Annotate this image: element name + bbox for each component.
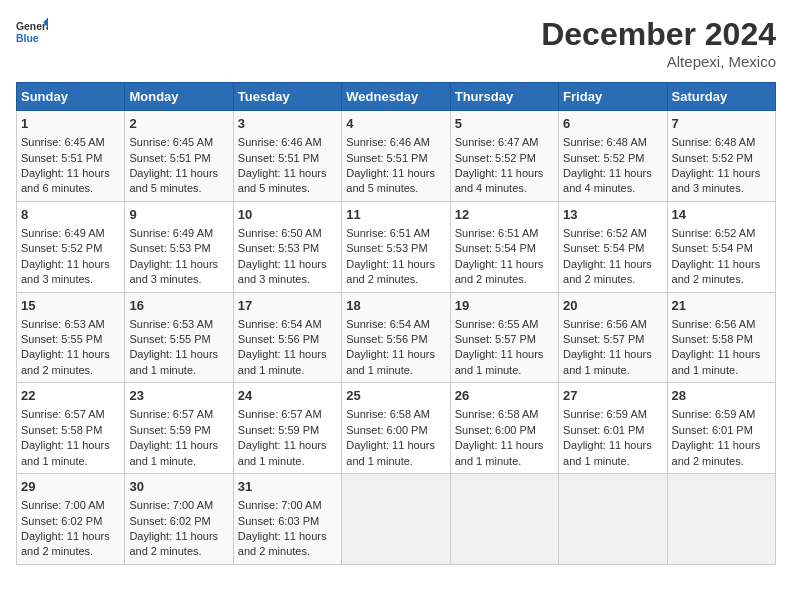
calendar-cell: 28Sunrise: 6:59 AM Sunset: 6:01 PM Dayli… — [667, 383, 775, 474]
calendar-cell: 15Sunrise: 6:53 AM Sunset: 5:55 PM Dayli… — [17, 292, 125, 383]
calendar-cell: 21Sunrise: 6:56 AM Sunset: 5:58 PM Dayli… — [667, 292, 775, 383]
day-number: 21 — [672, 297, 771, 315]
calendar-cell: 1Sunrise: 6:45 AM Sunset: 5:51 PM Daylig… — [17, 111, 125, 202]
day-number: 13 — [563, 206, 662, 224]
day-number: 31 — [238, 478, 337, 496]
calendar-cell: 27Sunrise: 6:59 AM Sunset: 6:01 PM Dayli… — [559, 383, 667, 474]
calendar-cell: 18Sunrise: 6:54 AM Sunset: 5:56 PM Dayli… — [342, 292, 450, 383]
calendar-cell: 26Sunrise: 6:58 AM Sunset: 6:00 PM Dayli… — [450, 383, 558, 474]
calendar-cell: 7Sunrise: 6:48 AM Sunset: 5:52 PM Daylig… — [667, 111, 775, 202]
day-number: 20 — [563, 297, 662, 315]
col-wednesday: Wednesday — [342, 83, 450, 111]
day-number: 23 — [129, 387, 228, 405]
month-title: December 2024 — [541, 16, 776, 53]
day-number: 15 — [21, 297, 120, 315]
col-tuesday: Tuesday — [233, 83, 341, 111]
day-number: 1 — [21, 115, 120, 133]
day-number: 24 — [238, 387, 337, 405]
calendar-cell: 30Sunrise: 7:00 AM Sunset: 6:02 PM Dayli… — [125, 474, 233, 565]
day-number: 28 — [672, 387, 771, 405]
day-number: 5 — [455, 115, 554, 133]
calendar-week-row: 22Sunrise: 6:57 AM Sunset: 5:58 PM Dayli… — [17, 383, 776, 474]
calendar-cell: 23Sunrise: 6:57 AM Sunset: 5:59 PM Dayli… — [125, 383, 233, 474]
header-row: Sunday Monday Tuesday Wednesday Thursday… — [17, 83, 776, 111]
col-friday: Friday — [559, 83, 667, 111]
calendar-week-row: 8Sunrise: 6:49 AM Sunset: 5:52 PM Daylig… — [17, 201, 776, 292]
day-number: 16 — [129, 297, 228, 315]
calendar-cell: 5Sunrise: 6:47 AM Sunset: 5:52 PM Daylig… — [450, 111, 558, 202]
calendar-cell: 24Sunrise: 6:57 AM Sunset: 5:59 PM Dayli… — [233, 383, 341, 474]
title-area: December 2024 Altepexi, Mexico — [541, 16, 776, 70]
day-number: 25 — [346, 387, 445, 405]
calendar-cell: 2Sunrise: 6:45 AM Sunset: 5:51 PM Daylig… — [125, 111, 233, 202]
day-number: 14 — [672, 206, 771, 224]
day-number: 18 — [346, 297, 445, 315]
day-number: 10 — [238, 206, 337, 224]
day-number: 27 — [563, 387, 662, 405]
col-monday: Monday — [125, 83, 233, 111]
calendar-cell: 9Sunrise: 6:49 AM Sunset: 5:53 PM Daylig… — [125, 201, 233, 292]
day-number: 30 — [129, 478, 228, 496]
calendar-cell: 25Sunrise: 6:58 AM Sunset: 6:00 PM Dayli… — [342, 383, 450, 474]
day-number: 6 — [563, 115, 662, 133]
calendar-week-row: 1Sunrise: 6:45 AM Sunset: 5:51 PM Daylig… — [17, 111, 776, 202]
calendar-cell — [667, 474, 775, 565]
calendar-cell: 3Sunrise: 6:46 AM Sunset: 5:51 PM Daylig… — [233, 111, 341, 202]
logo-icon: General Blue — [16, 16, 48, 48]
day-number: 11 — [346, 206, 445, 224]
calendar-cell: 16Sunrise: 6:53 AM Sunset: 5:55 PM Dayli… — [125, 292, 233, 383]
calendar-cell: 31Sunrise: 7:00 AM Sunset: 6:03 PM Dayli… — [233, 474, 341, 565]
day-number: 7 — [672, 115, 771, 133]
day-number: 22 — [21, 387, 120, 405]
calendar-cell — [342, 474, 450, 565]
day-number: 3 — [238, 115, 337, 133]
calendar-cell: 13Sunrise: 6:52 AM Sunset: 5:54 PM Dayli… — [559, 201, 667, 292]
calendar-cell — [450, 474, 558, 565]
calendar-week-row: 15Sunrise: 6:53 AM Sunset: 5:55 PM Dayli… — [17, 292, 776, 383]
calendar-cell: 8Sunrise: 6:49 AM Sunset: 5:52 PM Daylig… — [17, 201, 125, 292]
day-number: 19 — [455, 297, 554, 315]
calendar-cell: 22Sunrise: 6:57 AM Sunset: 5:58 PM Dayli… — [17, 383, 125, 474]
calendar-cell: 29Sunrise: 7:00 AM Sunset: 6:02 PM Dayli… — [17, 474, 125, 565]
calendar-week-row: 29Sunrise: 7:00 AM Sunset: 6:02 PM Dayli… — [17, 474, 776, 565]
logo: General Blue — [16, 16, 48, 48]
svg-text:Blue: Blue — [16, 33, 39, 44]
svg-text:General: General — [16, 21, 48, 32]
calendar-cell: 14Sunrise: 6:52 AM Sunset: 5:54 PM Dayli… — [667, 201, 775, 292]
calendar-cell: 20Sunrise: 6:56 AM Sunset: 5:57 PM Dayli… — [559, 292, 667, 383]
day-number: 12 — [455, 206, 554, 224]
calendar-cell: 19Sunrise: 6:55 AM Sunset: 5:57 PM Dayli… — [450, 292, 558, 383]
day-number: 8 — [21, 206, 120, 224]
calendar-cell: 11Sunrise: 6:51 AM Sunset: 5:53 PM Dayli… — [342, 201, 450, 292]
day-number: 9 — [129, 206, 228, 224]
calendar-cell — [559, 474, 667, 565]
calendar-cell: 17Sunrise: 6:54 AM Sunset: 5:56 PM Dayli… — [233, 292, 341, 383]
calendar-cell: 10Sunrise: 6:50 AM Sunset: 5:53 PM Dayli… — [233, 201, 341, 292]
page-header: General Blue December 2024 Altepexi, Mex… — [16, 16, 776, 70]
day-number: 29 — [21, 478, 120, 496]
col-sunday: Sunday — [17, 83, 125, 111]
calendar-table: Sunday Monday Tuesday Wednesday Thursday… — [16, 82, 776, 565]
location: Altepexi, Mexico — [541, 53, 776, 70]
calendar-cell: 6Sunrise: 6:48 AM Sunset: 5:52 PM Daylig… — [559, 111, 667, 202]
day-number: 17 — [238, 297, 337, 315]
day-number: 4 — [346, 115, 445, 133]
calendar-cell: 4Sunrise: 6:46 AM Sunset: 5:51 PM Daylig… — [342, 111, 450, 202]
day-number: 2 — [129, 115, 228, 133]
col-thursday: Thursday — [450, 83, 558, 111]
col-saturday: Saturday — [667, 83, 775, 111]
calendar-cell: 12Sunrise: 6:51 AM Sunset: 5:54 PM Dayli… — [450, 201, 558, 292]
day-number: 26 — [455, 387, 554, 405]
